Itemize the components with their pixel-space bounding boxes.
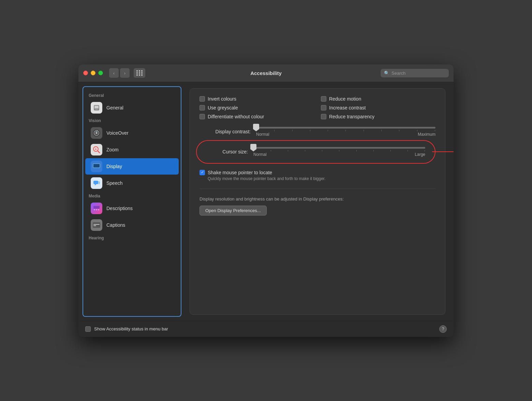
- footer-text: Display resolution and brightness can be…: [200, 196, 435, 202]
- cursor-size-label: Cursor size:: [197, 149, 248, 154]
- cursor-size-slider-container: Normal Large: [253, 147, 425, 157]
- divider: [200, 189, 435, 189]
- sidebar-item-speech[interactable]: Speech: [85, 175, 179, 191]
- invert-colours-label: Invert colours: [208, 96, 236, 102]
- descriptions-icon: [91, 203, 102, 214]
- panel-box: Invert colours Reduce motion Use greysca…: [190, 88, 445, 315]
- shake-row: Shake mouse pointer to locate Quickly mo…: [200, 170, 435, 181]
- svg-point-23: [98, 209, 99, 210]
- grid-view-button[interactable]: [134, 68, 145, 78]
- cursor-size-labels: Normal Large: [253, 152, 425, 157]
- invert-colours-item: Invert colours: [200, 96, 314, 102]
- contrast-min-label: Normal: [256, 132, 269, 137]
- search-box[interactable]: 🔍: [381, 69, 449, 77]
- contrast-max-label: Maximum: [418, 132, 435, 137]
- descriptions-label: Descriptions: [106, 206, 133, 211]
- svg-point-22: [96, 209, 97, 210]
- back-button[interactable]: ‹: [109, 68, 119, 78]
- reduce-transparency-checkbox[interactable]: [321, 114, 326, 119]
- content-area: General General Vision 🔊 VoiceOver + Zoo…: [78, 82, 454, 321]
- search-icon: 🔍: [384, 71, 389, 76]
- svg-rect-12: [95, 168, 98, 169]
- increase-contrast-item: Increase contrast: [321, 105, 435, 110]
- shake-desc: Quickly move the mouse pointer back and …: [208, 176, 326, 181]
- cursor-max-label: Large: [415, 152, 425, 157]
- grid-icon: [136, 70, 143, 76]
- sidebar: General General Vision 🔊 VoiceOver + Zoo…: [83, 86, 181, 317]
- reduce-motion-checkbox[interactable]: [321, 96, 326, 102]
- svg-rect-24: [93, 222, 100, 228]
- captions-label: Captions: [106, 222, 125, 228]
- captions-icon: [91, 219, 102, 231]
- svg-point-21: [94, 209, 95, 210]
- main-panel: Invert colours Reduce motion Use greysca…: [181, 82, 454, 321]
- show-status-checkbox[interactable]: [85, 326, 91, 332]
- open-display-prefs-button[interactable]: Open Display Preferences...: [200, 206, 267, 216]
- voiceover-label: VoiceOver: [106, 130, 129, 136]
- search-input[interactable]: [391, 71, 445, 76]
- svg-line-8: [98, 151, 100, 153]
- cursor-size-ticks: [253, 150, 425, 151]
- display-contrast-track[interactable]: [256, 127, 435, 129]
- speech-icon: [91, 177, 102, 189]
- zoom-icon: +: [91, 144, 102, 155]
- show-status-label: Show Accessibility status in menu bar: [94, 326, 168, 331]
- increase-contrast-label: Increase contrast: [329, 105, 366, 110]
- nav-buttons: ‹ ›: [109, 68, 130, 78]
- sidebar-item-display[interactable]: Display: [85, 158, 179, 175]
- invert-colours-checkbox[interactable]: [200, 96, 205, 102]
- general-label: General: [106, 105, 123, 110]
- maximize-button[interactable]: [98, 71, 103, 75]
- zoom-label: Zoom: [106, 147, 119, 152]
- titlebar: ‹ › Accessibility 🔍: [78, 64, 454, 82]
- general-icon: [91, 102, 102, 114]
- cursor-size-track[interactable]: [253, 147, 425, 149]
- display-contrast-row: Display contrast: No: [200, 127, 435, 137]
- cursor-size-section-wrapper: Cursor size:: [200, 140, 435, 164]
- display-contrast-label: Display contrast:: [200, 129, 251, 134]
- svg-rect-14: [93, 181, 98, 184]
- svg-rect-20: [93, 206, 100, 209]
- cursor-size-row: Cursor size:: [197, 147, 425, 157]
- section-label-general: General: [83, 91, 181, 99]
- svg-rect-11: [93, 164, 100, 167]
- red-arrow: [432, 145, 454, 159]
- bottom-bar: Show Accessibility status in menu bar ?: [78, 321, 454, 337]
- sidebar-item-captions[interactable]: Captions: [85, 217, 179, 233]
- display-icon: [91, 161, 102, 172]
- section-label-vision: Vision: [83, 116, 181, 124]
- minimize-button[interactable]: [91, 71, 95, 75]
- help-button[interactable]: ?: [439, 325, 447, 333]
- differentiate-item: Differentiate without colour: [200, 114, 314, 119]
- sidebar-item-general[interactable]: General: [85, 100, 179, 116]
- main-window: ‹ › Accessibility 🔍 General General: [78, 64, 454, 337]
- greyscale-checkbox[interactable]: [200, 105, 205, 110]
- svg-text:+: +: [95, 147, 97, 151]
- svg-text:🔊: 🔊: [95, 130, 98, 133]
- differentiate-checkbox[interactable]: [200, 114, 205, 119]
- display-label: Display: [106, 164, 122, 169]
- sidebar-item-voiceover[interactable]: 🔊 VoiceOver: [85, 125, 179, 141]
- reduce-motion-label: Reduce motion: [329, 96, 361, 102]
- sidebar-item-descriptions[interactable]: Descriptions: [85, 200, 179, 217]
- svg-rect-26: [93, 224, 100, 225]
- display-contrast-ticks: [256, 130, 435, 131]
- display-contrast-labels: Normal Maximum: [256, 132, 435, 137]
- close-button[interactable]: [83, 71, 88, 75]
- shake-text: Shake mouse pointer to locate Quickly mo…: [208, 170, 326, 181]
- forward-button[interactable]: ›: [120, 68, 130, 78]
- cursor-min-label: Normal: [253, 152, 267, 157]
- shake-title: Shake mouse pointer to locate: [208, 170, 326, 175]
- speech-label: Speech: [106, 180, 122, 186]
- svg-rect-13: [94, 169, 99, 169]
- section-label-hearing: Hearing: [83, 234, 181, 242]
- increase-contrast-checkbox[interactable]: [321, 105, 326, 110]
- svg-rect-2: [95, 109, 98, 110]
- svg-rect-25: [93, 225, 96, 226]
- differentiate-label: Differentiate without colour: [208, 114, 264, 119]
- reduce-motion-item: Reduce motion: [321, 96, 435, 102]
- sidebar-item-zoom[interactable]: + Zoom: [85, 142, 179, 158]
- shake-checkbox[interactable]: [200, 170, 205, 175]
- traffic-lights: [83, 71, 103, 75]
- cursor-size-oval: Cursor size:: [196, 140, 435, 164]
